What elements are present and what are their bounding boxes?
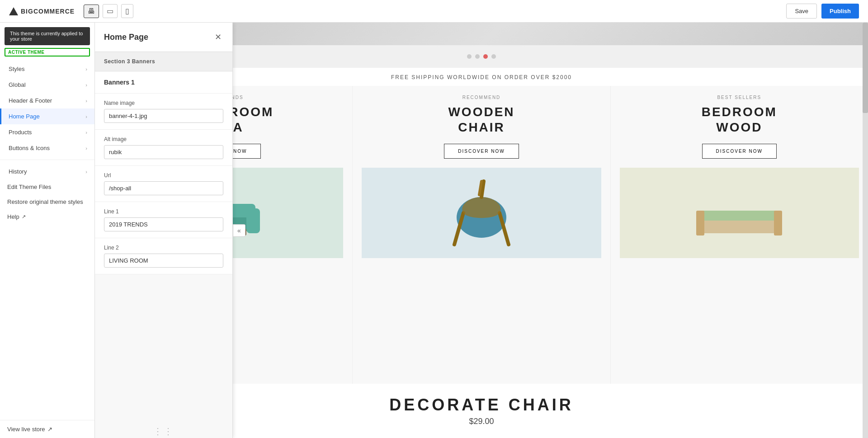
publish-button[interactable]: Publish [821,4,859,19]
discover-bed-button[interactable]: DISCOVER NOW [702,144,777,159]
dot-2 [475,54,480,59]
view-live-store-link[interactable]: View live store ↗ [7,426,87,433]
mobile-view-button[interactable]: ▯ [121,4,133,18]
dot-1 [467,54,472,59]
chevron-right-icon: › [85,169,87,174]
panel-header: Home Page ✕ [95,23,232,52]
chair-svg [441,177,522,249]
sidebar-link-edit-theme[interactable]: Edit Theme Files [0,179,94,194]
panel-title: Home Page [104,33,148,42]
sidebar-item-products[interactable]: Products › [0,124,94,140]
section-header: Section 3 Banners [95,52,232,71]
sidebar-item-header-footer[interactable]: Header & Footer › [0,93,94,108]
topbar-left: BIGCOMMERCE 🖶 ▭ ▯ [9,4,133,18]
field-line1: Line 1 [95,202,232,238]
tablet-view-button[interactable]: ▭ [103,4,118,18]
chevron-right-icon: › [85,98,87,104]
sidebar-item-label-home-page: Home Page [9,113,40,120]
save-button[interactable]: Save [786,4,817,19]
sidebar-item-styles[interactable]: Styles › [0,61,94,77]
dot-4 [491,54,496,59]
decorate-price: $29.00 [469,417,494,426]
sidebar-item-history[interactable]: History › [0,164,94,179]
banners-heading: Banners 1 [95,71,232,94]
field-label-alt-image: Alt image [104,136,223,142]
mobile-icon: ▯ [125,7,129,15]
product-tag-chair: RECOMMEND [462,95,501,100]
dot-3 [483,54,488,59]
chevron-right-icon: › [85,130,87,135]
sidebar-link-label-help: Help [7,213,19,220]
product-title-bed: BEDROOMWOOD [702,104,777,135]
sidebar: This theme is currently applied to your … [0,23,95,438]
sidebar-item-label-header-footer: Header & Footer [9,97,52,104]
logo-triangle-icon [9,7,18,15]
home-page-panel: Home Page ✕ Section 3 Banners Banners 1 … [95,23,233,438]
topbar-right: Save Publish [786,4,859,19]
field-alt-image: Alt image [95,130,232,166]
sidebar-link-label-edit-theme: Edit Theme Files [7,184,51,190]
field-label-line2: Line 2 [104,245,223,251]
sidebar-item-label-buttons-icons: Buttons & Icons [9,145,50,151]
theme-notice: This theme is currently applied to your … [5,27,90,45]
url-input[interactable] [104,181,223,195]
panel-drag-handle[interactable]: ⋮⋮ [95,424,232,438]
discover-chair-button[interactable]: DISCOVER NOW [444,144,519,159]
svg-rect-12 [698,211,778,221]
panel-collapse-button[interactable]: « [233,224,245,237]
sidebar-link-restore[interactable]: Restore original theme styles [0,194,94,209]
panel-close-button[interactable]: ✕ [212,32,223,42]
field-label-url: Url [104,172,223,179]
sidebar-item-label-styles: Styles [9,66,24,72]
sidebar-link-help[interactable]: Help ↗ [0,209,94,224]
chevron-left-icon: « [237,227,241,234]
sidebar-item-buttons-icons[interactable]: Buttons & Icons › [0,140,94,156]
drag-dots-icon: ⋮⋮ [153,426,174,437]
decorate-title: DECORATE CHAIR [389,396,573,414]
product-title-chair: WOODENCHAIR [448,104,514,135]
product-image-bed [620,168,859,258]
tablet-icon: ▭ [107,7,113,15]
sidebar-item-label-products: Products [9,129,32,136]
logo: BIGCOMMERCE [9,7,75,15]
chevron-right-icon: › [85,114,87,119]
chevron-right-icon: › [85,82,87,88]
product-image-chair [362,168,601,258]
field-line2: Line 2 [95,238,232,274]
scroll-thumb [863,23,868,113]
topbar: BIGCOMMERCE 🖶 ▭ ▯ Save Publish [0,0,868,23]
sidebar-item-label-history: History [9,168,27,175]
line2-input[interactable] [104,254,223,268]
logo-text: BIGCOMMERCE [21,8,75,15]
scrollbar[interactable] [863,23,868,438]
alt-image-input[interactable] [104,145,223,159]
name-image-input[interactable] [104,109,223,123]
product-tag-bed: BEST SELLERS [717,95,761,100]
svg-rect-13 [696,211,704,235]
sidebar-item-global[interactable]: Global › [0,77,94,93]
chevron-right-icon: › [85,146,87,151]
svg-rect-14 [774,211,782,235]
field-name-image: Name image [95,94,232,130]
sidebar-footer: View live store ↗ [0,420,94,438]
sidebar-item-label-global: Global [9,81,26,88]
active-theme-badge: ACTIVE THEME [5,48,90,57]
bed-svg [689,186,789,240]
sidebar-divider [0,160,94,160]
field-url: Url [95,166,232,202]
desktop-view-button[interactable]: 🖶 [84,5,99,18]
chevron-right-icon: › [85,66,87,72]
field-label-name-image: Name image [104,100,223,106]
device-switcher: 🖶 ▭ ▯ [84,4,133,18]
desktop-icon: 🖶 [88,7,95,15]
sidebar-nav: Styles › Global › Header & Footer › Home… [0,61,94,420]
panel-content: Section 3 Banners Banners 1 Name image A… [95,52,232,438]
line1-input[interactable] [104,217,223,231]
main-content: FREE SHIPPING WORLDWIDE ON ORDER OVER $2… [95,23,868,438]
external-link-icon: ↗ [22,214,26,220]
view-live-store-label: View live store [7,426,45,433]
sidebar-link-label-restore: Restore original theme styles [7,198,83,205]
sidebar-item-home-page[interactable]: Home Page › [0,108,94,124]
field-label-line1: Line 1 [104,208,223,215]
external-link-icon: ↗ [47,426,52,433]
